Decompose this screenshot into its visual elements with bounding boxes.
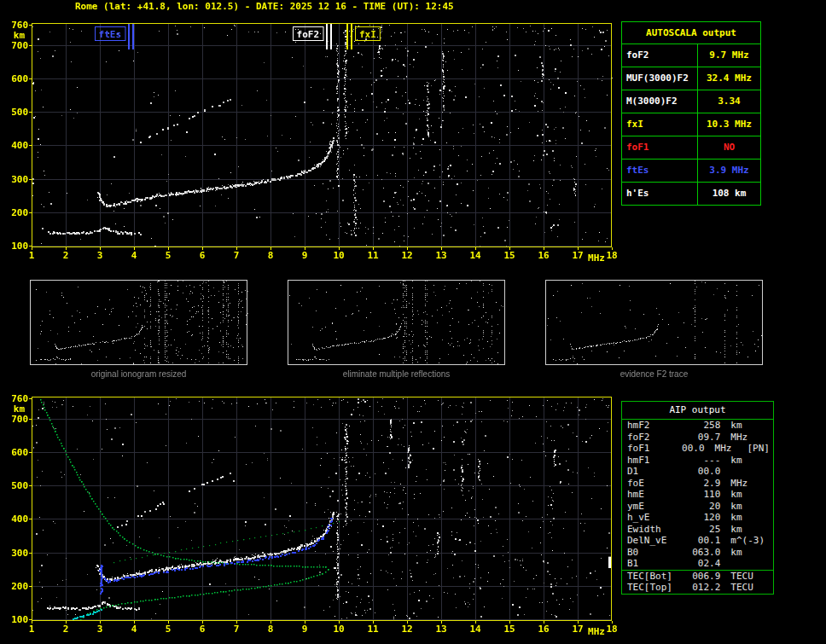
param-value: 3.34	[698, 90, 760, 113]
param-unit	[720, 558, 770, 570]
param-name: DelN_vE	[622, 535, 687, 547]
param-name: foE	[622, 478, 687, 490]
autoscala-output-panel: AUTOSCALA output foF2 9.7 MHz MUF(3000)F…	[621, 21, 761, 206]
param-value: 10.3 MHz	[698, 113, 760, 136]
param-name: D1	[622, 466, 687, 478]
param-value: 012.2	[687, 582, 721, 594]
param-name: B0	[622, 547, 687, 559]
table-row: D100.0	[622, 466, 773, 478]
param-unit: km	[720, 524, 770, 536]
param-flag	[770, 420, 773, 432]
param-unit: MHz	[705, 443, 747, 455]
param-label: MUF(3000)F2	[622, 67, 698, 90]
aip-title: AIP output	[622, 402, 773, 420]
aip-rows: hmF2258kmfoF209.7MHzfoF100.0MHz[PN]hmF1-…	[622, 420, 773, 594]
table-row: hmE110km	[622, 489, 773, 501]
param-value: 063.0	[687, 547, 721, 559]
param-flag	[770, 535, 773, 547]
param-value: 32.4 MHz	[698, 67, 760, 90]
table-row: foF2 9.7 MHz	[622, 44, 760, 67]
thumbnail-caption: evidence F2 trace	[545, 369, 763, 379]
param-label: M(3000)F2	[622, 90, 698, 113]
param-name: ymE	[622, 501, 687, 513]
param-flag	[770, 512, 773, 524]
param-label: fxI	[622, 113, 698, 136]
param-value: 006.9	[687, 571, 721, 583]
param-value: 02.4	[687, 558, 721, 570]
param-value: 258	[687, 420, 721, 432]
param-name: B1	[622, 558, 687, 570]
param-value: 20	[687, 501, 721, 513]
param-flag	[770, 501, 773, 513]
param-flag	[770, 582, 773, 594]
param-value: 3.9 MHz	[698, 160, 760, 182]
table-row: Ewidth25km	[622, 524, 773, 536]
param-flag	[770, 432, 773, 444]
page-title: Rome (lat: +41.8, lon: 012.5) - DATE: 20…	[75, 1, 454, 12]
param-flag	[770, 547, 773, 559]
param-label: foF2	[622, 44, 698, 67]
param-name: TEC[Top]	[622, 582, 687, 594]
param-value: 00.0	[687, 466, 721, 478]
param-name: foF2	[622, 432, 687, 444]
table-row: TEC[Bot]006.9TECU	[622, 570, 773, 583]
table-row: hmF2258km	[622, 420, 773, 432]
param-label: h'Es	[622, 183, 698, 205]
table-row: M(3000)F2 3.34	[622, 90, 760, 113]
param-unit: km	[720, 420, 770, 432]
table-row: hmF1---km	[622, 455, 773, 467]
param-name: hmE	[622, 489, 687, 501]
param-unit: MHz	[720, 478, 770, 490]
param-label: ftEs	[622, 160, 698, 182]
param-name: TEC[Bot]	[622, 571, 687, 583]
table-row: h_vE120km	[622, 512, 773, 524]
param-value: NO	[698, 136, 760, 159]
table-row: fxI 10.3 MHz	[622, 113, 760, 136]
param-unit: MHz	[720, 432, 770, 444]
table-row: MUF(3000)F2 32.4 MHz	[622, 67, 760, 90]
thumbnail-caption: eliminate multiple reflections	[288, 369, 505, 379]
param-unit: km	[720, 512, 770, 524]
param-flag	[770, 489, 773, 501]
table-row: foE2.9MHz	[622, 478, 773, 490]
param-flag	[770, 455, 773, 467]
param-name: h_vE	[622, 512, 687, 524]
param-value: 9.7 MHz	[698, 44, 760, 67]
aip-output-panel: AIP output hmF2258kmfoF209.7MHzfoF100.0M…	[621, 401, 774, 595]
param-flag	[770, 466, 773, 478]
param-unit: TECU	[720, 582, 770, 594]
autoscala-title: AUTOSCALA output	[622, 22, 760, 44]
param-name: foF1	[622, 443, 677, 455]
param-unit: m^(-3)	[720, 535, 770, 547]
param-value: 00.1	[687, 535, 721, 547]
table-row: foF100.0MHz[PN]	[622, 443, 773, 455]
param-label: foF1	[622, 136, 698, 159]
param-name: hmF2	[622, 420, 687, 432]
param-value: ---	[687, 455, 721, 467]
param-unit: km	[720, 455, 770, 467]
param-value: 108 km	[698, 183, 760, 205]
param-value: 25	[687, 524, 721, 536]
param-flag	[770, 478, 773, 490]
table-row: B102.4	[622, 558, 773, 570]
table-row: B0063.0km	[622, 547, 773, 559]
param-value: 2.9	[687, 478, 721, 490]
thumbnail-caption: original ionogram resized	[30, 369, 247, 379]
table-row: TEC[Top]012.2TECU	[622, 582, 773, 594]
param-flag: [PN]	[747, 443, 774, 455]
table-row: ymE20km	[622, 501, 773, 513]
param-unit: km	[720, 489, 770, 501]
param-name: Ewidth	[622, 524, 687, 536]
table-row: foF209.7MHz	[622, 432, 773, 444]
table-row: ftEs 3.9 MHz	[622, 160, 760, 183]
param-flag	[770, 558, 773, 570]
param-flag	[770, 571, 773, 583]
table-row: DelN_vE00.1m^(-3)	[622, 535, 773, 547]
table-row: foF1 NO	[622, 136, 760, 160]
param-value: 120	[687, 512, 721, 524]
param-unit	[720, 466, 770, 478]
table-row: h'Es 108 km	[622, 183, 760, 205]
param-value: 09.7	[687, 432, 721, 444]
param-value: 00.0	[677, 443, 705, 455]
param-unit: km	[720, 501, 770, 513]
